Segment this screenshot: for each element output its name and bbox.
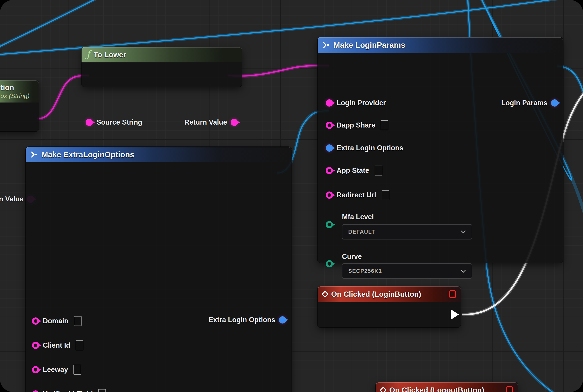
app-state-label: App State [336, 166, 369, 174]
node-header[interactable]: Make LoginParams [318, 37, 563, 53]
dapp-share-pin[interactable] [326, 122, 333, 129]
extra-login-options-label: Extra Login Options [336, 144, 403, 152]
node-on-clicked-login-button[interactable]: On Clicked (LoginButton) [318, 286, 461, 327]
wire-pink-tolower-to-provider[interactable] [228, 66, 329, 76]
node-title: On Clicked (LogoutButton) [389, 386, 484, 392]
function-icon: ƒ [86, 50, 90, 59]
node-to-lower[interactable]: ƒ To Lower Source String Return Value [82, 47, 242, 87]
pin-row-domain: Domain [32, 316, 82, 326]
extra-login-options-pin[interactable] [326, 144, 333, 152]
source-string-label: Source String [96, 118, 142, 126]
node-title-fragment: tion [0, 83, 14, 92]
mfa-level-pin[interactable] [326, 221, 333, 228]
extra-login-options-output-pin[interactable] [279, 316, 286, 324]
event-diamond-icon [322, 290, 328, 298]
mfa-level-value: DEFAULT [348, 229, 461, 235]
login-params-output-pin[interactable] [551, 99, 558, 106]
pin-row-leeway: Leeway [32, 365, 81, 375]
chevron-down-icon [461, 230, 466, 234]
node-on-clicked-logout-button[interactable]: On Clicked (LogoutButton) [376, 382, 518, 392]
source-string-pin[interactable] [86, 119, 93, 126]
return-value-row: Return Value [184, 117, 238, 127]
login-provider-pin[interactable] [326, 99, 333, 106]
node-header[interactable]: ƒ To Lower [82, 47, 242, 62]
curve-pin[interactable] [326, 260, 333, 268]
client-id-label: Client Id [43, 341, 70, 350]
leeway-textbox[interactable] [74, 365, 81, 375]
pin-row-verifier-id-field: Verifier Id Field [32, 389, 106, 392]
pin-row-dapp-share: Dapp Share [326, 120, 388, 130]
make-struct-icon [31, 151, 38, 158]
pin-row-extra-login-options: Extra Login Options [326, 143, 403, 153]
source-string-row: Source String [86, 117, 142, 127]
blueprint-graph-canvas[interactable]: tion ox (String) eturn Value ƒ To Lower … [0, 0, 583, 392]
app-state-textbox[interactable] [374, 166, 382, 176]
verifier-id-field-textbox[interactable] [98, 389, 106, 392]
domain-textbox[interactable] [74, 316, 82, 326]
node-text-box-partial[interactable]: tion ox (String) eturn Value [0, 80, 39, 131]
client-id-textbox[interactable] [76, 340, 83, 350]
mfa-level-dropdown[interactable]: DEFAULT [342, 224, 472, 240]
node-title: On Clicked (LoginButton) [331, 290, 421, 298]
app-state-pin[interactable] [326, 167, 333, 174]
pin-row-redirect-url: Redirect Url [326, 190, 389, 200]
node-header[interactable]: Make ExtraLoginOptions [26, 147, 292, 162]
node-title: Make ExtraLoginOptions [42, 150, 134, 159]
node-make-extra-login-options[interactable]: Make ExtraLoginOptions Domain Client Id … [26, 147, 292, 392]
delegate-pin-icon[interactable] [450, 290, 456, 298]
login-provider-label: Login Provider [336, 99, 386, 107]
leeway-pin[interactable] [32, 366, 39, 373]
redirect-url-pin[interactable] [326, 192, 333, 199]
extra-login-options-output-label: Extra Login Options [208, 316, 275, 324]
curve-dropdown[interactable]: SECP256K1 [342, 263, 472, 279]
leeway-label: Leeway [43, 366, 68, 374]
node-header[interactable]: On Clicked (LogoutButton) [376, 382, 518, 392]
client-id-pin[interactable] [32, 342, 39, 349]
event-diamond-icon [380, 386, 386, 392]
domain-label: Domain [43, 317, 68, 325]
wire-blue-diagonal-topleft[interactable] [0, 0, 100, 48]
exec-output-pin[interactable] [451, 309, 459, 320]
node-header[interactable]: On Clicked (LoginButton) [318, 286, 461, 302]
curve-label: Curve [342, 252, 362, 261]
pin-row-app-state: App State [326, 166, 382, 176]
return-value-label: Return Value [184, 118, 227, 126]
chevron-down-icon [461, 270, 466, 272]
login-params-output-row: Login Params [501, 98, 558, 108]
verifier-id-field-pin[interactable] [32, 390, 39, 392]
verifier-id-field-label: Verifier Id Field [43, 390, 93, 392]
mfa-level-label: Mfa Level [342, 213, 374, 221]
curve-value: SECP256K1 [348, 268, 461, 274]
redirect-url-label: Redirect Url [336, 191, 376, 199]
login-params-output-label: Login Params [501, 99, 548, 107]
dapp-share-textbox[interactable] [381, 120, 388, 130]
pin-row-login-provider: Login Provider [326, 98, 386, 108]
node-subtitle-fragment: ox (String) [0, 92, 30, 100]
domain-pin[interactable] [32, 318, 39, 325]
return-value-label: eturn Value [0, 195, 24, 203]
make-struct-icon [322, 42, 330, 49]
return-value-pin[interactable] [231, 119, 238, 126]
pin-row-client-id: Client Id [32, 340, 83, 350]
node-title: Make LoginParams [334, 40, 405, 50]
redirect-url-textbox[interactable] [382, 190, 389, 200]
node-header[interactable]: tion ox (String) [0, 80, 39, 102]
dapp-share-label: Dapp Share [336, 121, 375, 129]
node-title: To Lower [94, 50, 126, 59]
node-make-login-params[interactable]: Make LoginParams Login Provider Dapp Sha… [318, 37, 563, 263]
delegate-pin-icon[interactable] [506, 386, 513, 392]
extra-login-options-output-row: Extra Login Options [208, 315, 286, 325]
